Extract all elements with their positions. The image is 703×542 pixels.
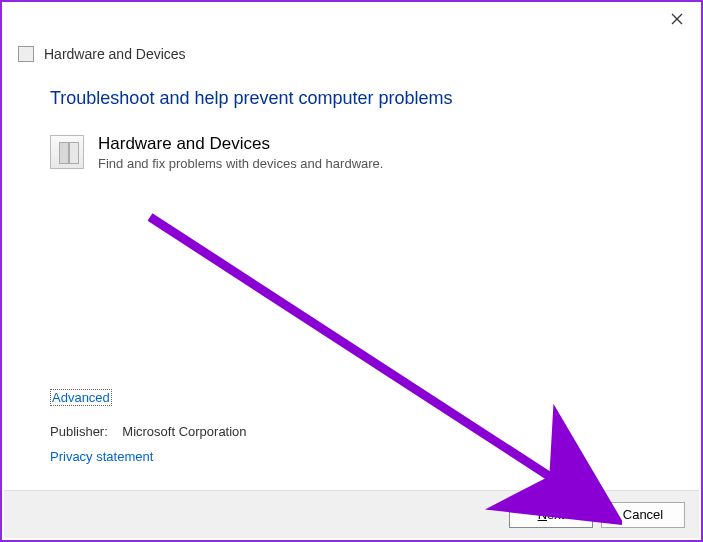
publisher-row: Publisher: Microsoft Corporation — [50, 424, 247, 439]
advanced-link[interactable]: Advanced — [50, 389, 112, 406]
publisher-label: Publisher: — [50, 424, 108, 439]
next-button[interactable]: Next — [509, 502, 593, 528]
troubleshooter-small-icon — [18, 46, 34, 62]
troubleshooter-item: Hardware and Devices Find and fix proble… — [50, 133, 653, 171]
page-heading: Troubleshoot and help prevent computer p… — [50, 88, 653, 109]
lower-links: Advanced Publisher: Microsoft Corporatio… — [50, 389, 247, 464]
privacy-statement-link[interactable]: Privacy statement — [50, 449, 153, 464]
troubleshooter-info: Hardware and Devices Find and fix proble… — [98, 133, 383, 171]
window-title: Hardware and Devices — [44, 46, 186, 62]
publisher-value: Microsoft Corporation — [122, 424, 246, 439]
hardware-devices-icon — [50, 135, 84, 169]
cancel-button[interactable]: Cancel — [601, 502, 685, 528]
troubleshooter-description: Find and fix problems with devices and h… — [98, 156, 383, 171]
close-icon — [671, 13, 683, 25]
troubleshooter-title: Hardware and Devices — [98, 133, 383, 155]
window-header: Hardware and Devices — [2, 36, 701, 82]
content-area: Troubleshoot and help prevent computer p… — [2, 82, 701, 171]
close-button[interactable] — [655, 4, 699, 34]
annotation-arrow — [142, 209, 622, 529]
titlebar — [2, 2, 701, 36]
dialog-footer: Next Cancel — [4, 490, 699, 538]
